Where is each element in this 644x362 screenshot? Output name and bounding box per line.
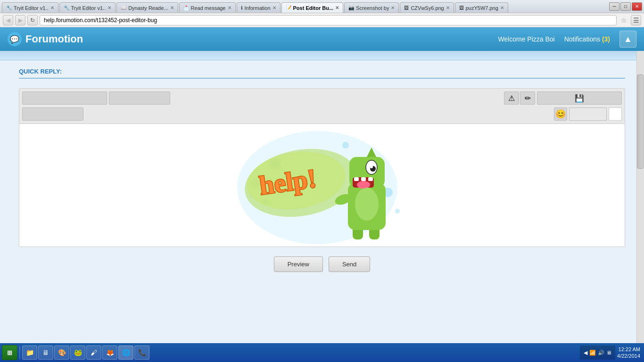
emoji-extra-area (569, 107, 607, 121)
scroll-top-button[interactable]: ▲ (619, 31, 636, 48)
refresh-button[interactable]: ↻ (27, 15, 38, 25)
warning-icon-btn[interactable]: ⚠ (504, 91, 519, 105)
close-button[interactable]: ✕ (632, 2, 642, 11)
quick-reply-section: QUICK REPLY: (0, 64, 644, 88)
welcome-text: Welcome Pizza Boi (498, 35, 554, 43)
taskbar-explorer[interactable]: 📁 (22, 346, 37, 360)
taskbar-firefox[interactable]: 🦊 (102, 346, 117, 360)
maximize-button[interactable]: □ (620, 2, 631, 11)
help-illustration: help! help! (228, 126, 416, 244)
editor-body[interactable]: help! help! (19, 124, 625, 247)
notifications-label: Notifications (3) (564, 35, 610, 43)
tab-label-9: puzY5W7.png (466, 5, 498, 11)
bookmark-icon[interactable]: ☆ (619, 15, 629, 25)
tab-icon-6: 📝 (286, 5, 291, 10)
url-input[interactable] (40, 15, 617, 25)
windows-taskbar: ⊞ 📁 🖥 🎨 🐸 🖌 🦊 🌐 📞 ◀ 📶 🔊 🖥 12:22 AM 4/22/… (0, 343, 644, 362)
preview-button[interactable]: Preview (274, 256, 323, 272)
tab-close-3[interactable]: ✕ (170, 5, 174, 10)
tab-close-5[interactable]: ✕ (272, 5, 276, 10)
taskbar-chrome[interactable]: 🌐 (118, 346, 133, 360)
tray-volume-icon: 🔊 (598, 350, 604, 356)
warning-icon: ⚠ (508, 94, 515, 103)
logo-chat-icon: 💬 (10, 35, 19, 44)
toolbar-dropdown-3[interactable] (22, 107, 83, 121)
address-bar: ◀ ▶ ↻ ☆ ☰ (0, 13, 644, 27)
editor-container: ⚠ ✏ 💾 😊 (19, 88, 625, 247)
fm-logo-text: Forumotion (25, 33, 83, 45)
tab-icon-5: ℹ (241, 5, 243, 10)
action-buttons: Preview Send (0, 247, 644, 281)
tab-label-1: Tryit Editor v1.. (14, 5, 49, 11)
taskbar-right: ◀ 📶 🔊 🖥 12:22 AM 4/22/2014 (580, 346, 642, 360)
taskbar-winamp[interactable]: 🐸 (70, 346, 85, 360)
toolbar-dropdown-1[interactable] (22, 91, 107, 105)
color-picker[interactable] (609, 107, 622, 121)
scrollbar-thumb[interactable] (637, 74, 644, 169)
tab-close-1[interactable]: ✕ (50, 5, 54, 10)
tab-information[interactable]: ℹ Information ✕ (237, 2, 281, 13)
svg-rect-22 (354, 177, 359, 181)
tab-icon-9: 🖼 (459, 5, 464, 10)
tray-arrow-icon[interactable]: ◀ (584, 350, 587, 356)
tab-label-4: Read message (191, 5, 226, 11)
save-btn[interactable]: 💾 (537, 91, 622, 105)
taskbar-separator (19, 346, 20, 359)
tab-screenshot[interactable]: 📷 Screenshot by ✕ (344, 2, 399, 13)
fm-header: 💬 Forumotion Welcome Pizza Boi Notificat… (0, 27, 644, 51)
emoji-button[interactable]: 😊 (554, 107, 567, 121)
minimize-button[interactable]: ─ (609, 2, 619, 11)
tab-czv[interactable]: 🖼 CZVwSy6.png ✕ (400, 2, 454, 13)
tab-icon-1: 🔧 (6, 5, 12, 10)
settings-icon[interactable]: ☰ (631, 15, 641, 25)
title-bar: 🔧 Tryit Editor v1.. ✕ 🔧 Tryit Editor v1.… (0, 0, 644, 13)
pencil-icon: ✏ (525, 94, 531, 103)
tab-label-6: Post Editor Bu... (293, 5, 334, 11)
tabs-container: 🔧 Tryit Editor v1.. ✕ 🔧 Tryit Editor v1.… (2, 0, 607, 13)
tab-close-6[interactable]: ✕ (335, 5, 339, 10)
clock-time: 12:22 AM (617, 346, 640, 353)
tab-close-7[interactable]: ✕ (391, 5, 395, 10)
start-button[interactable]: ⊞ (2, 345, 17, 360)
toolbar-dropdown-2[interactable] (109, 91, 170, 105)
save-icon: 💾 (575, 94, 584, 103)
tab-label-7: Screenshot by (356, 5, 389, 11)
clock: 12:22 AM 4/22/2014 (617, 346, 640, 360)
tab-tryit-1[interactable]: 🔧 Tryit Editor v1.. ✕ (2, 2, 58, 13)
tab-dynasty[interactable]: 📖 Dynasty Reade... ✕ (116, 2, 178, 13)
tab-icon-4: 📩 (183, 5, 189, 10)
svg-point-7 (395, 209, 400, 214)
tab-close-8[interactable]: ✕ (446, 5, 450, 10)
pencil-icon-btn[interactable]: ✏ (520, 91, 535, 105)
taskbar-photoshop[interactable]: 🎨 (54, 346, 69, 360)
forward-button[interactable]: ▶ (15, 15, 25, 25)
system-tray: ◀ 📶 🔊 🖥 (580, 346, 615, 360)
tab-tryit-2[interactable]: 🔧 Tryit Editor v1.. ✕ (59, 2, 116, 13)
send-button[interactable]: Send (329, 256, 370, 272)
tab-read-message[interactable]: 📩 Read message ✕ (179, 2, 236, 13)
svg-point-25 (357, 181, 370, 189)
svg-point-26 (355, 188, 379, 221)
tray-display-icon: 🖥 (606, 350, 611, 355)
fm-logo-icon: 💬 (8, 32, 22, 46)
tab-post-editor[interactable]: 📝 Post Editor Bu... ✕ (281, 2, 344, 13)
tray-network-icon: 📶 (589, 350, 596, 356)
taskbar-paint[interactable]: 🖌 (86, 346, 101, 360)
tab-close-2[interactable]: ✕ (107, 5, 111, 10)
back-button[interactable]: ◀ (3, 15, 13, 25)
tab-close-9[interactable]: ✕ (500, 5, 504, 10)
taskbar-skype[interactable]: 📞 (134, 346, 149, 360)
editor-toolbar: ⚠ ✏ 💾 😊 (19, 89, 625, 124)
tab-close-4[interactable]: ✕ (228, 5, 231, 10)
taskbar-desktop[interactable]: 🖥 (38, 346, 53, 360)
tab-icon-3: 📖 (121, 5, 126, 10)
svg-rect-23 (361, 177, 366, 181)
tab-label-3: Dynasty Reade... (128, 5, 168, 11)
top-content-bar (0, 51, 644, 60)
notifications-count: (3) (602, 35, 610, 43)
tab-puz[interactable]: 🖼 puzY5W7.png ✕ (455, 2, 508, 13)
fm-logo: 💬 Forumotion (8, 32, 83, 46)
window-controls: ─ □ ✕ (609, 2, 642, 11)
tab-label-8: CZVwSy6.png (411, 5, 444, 11)
right-scrollbar[interactable] (636, 51, 644, 343)
